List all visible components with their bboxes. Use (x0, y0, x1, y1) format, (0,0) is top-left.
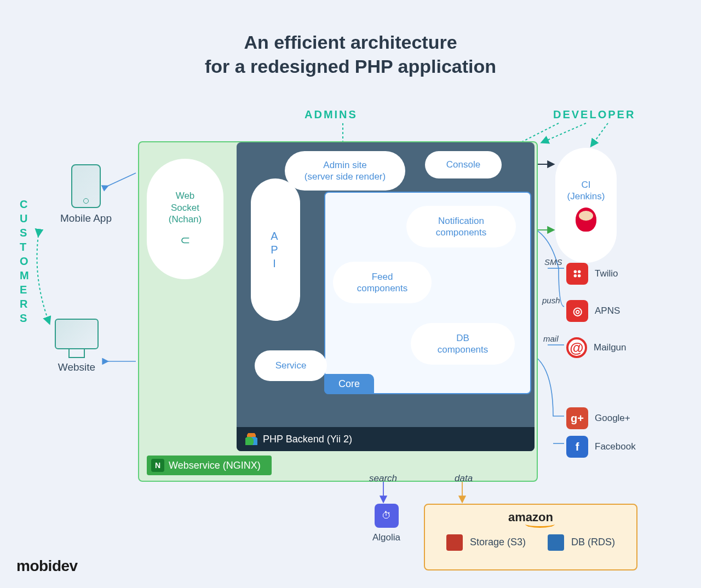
apns-label: APNS (595, 305, 620, 316)
diagram-title: An efficient architecture for a redesign… (0, 0, 701, 78)
amazon-title: amazon (434, 510, 628, 524)
mobile-icon (71, 164, 101, 208)
svg-point-0 (574, 270, 577, 274)
apns-icon: ◎ (566, 300, 588, 322)
websocket-l1: Web (169, 190, 202, 201)
client-mobile: Mobile App (60, 164, 112, 224)
role-developer: DEVELOPER (553, 108, 635, 121)
feed-l1: Feed (357, 271, 408, 283)
google-plus-icon: g+ (566, 407, 588, 429)
ext-google: g+ Google+ (566, 407, 630, 429)
node-db-components: DB components (411, 323, 515, 365)
facebook-label: Facebook (595, 441, 636, 452)
note-push: push (542, 296, 560, 305)
notif-l1: Notification (436, 215, 487, 227)
nchan-icon: ⊂ (169, 233, 202, 248)
websocket-l2: Socket (169, 202, 202, 214)
note-mail: mail (543, 334, 559, 343)
db-l1: DB (438, 332, 489, 344)
php-label: PHP Backend (Yii 2) (263, 434, 352, 445)
ext-facebook: f Facebook (566, 436, 636, 458)
nginx-label: N Webservice (NGINX) (147, 456, 272, 475)
svg-point-2 (574, 274, 577, 278)
twilio-icon (566, 263, 588, 285)
nginx-icon: N (151, 459, 164, 472)
node-api: API (251, 178, 300, 321)
node-service: Service (255, 350, 327, 381)
notif-l2: components (436, 227, 487, 238)
yii-icon (245, 433, 257, 445)
role-admins: ADMINS (304, 108, 358, 121)
client-mobile-label: Mobile App (60, 212, 112, 224)
svg-point-3 (578, 274, 581, 278)
google-label: Google+ (595, 413, 630, 424)
node-notification: Notification components (406, 206, 516, 247)
node-ci-jenkins: CI (Jenkins) (555, 148, 617, 263)
svg-point-1 (578, 270, 581, 274)
rds-label: DB (RDS) (571, 537, 615, 547)
admin-l1: Admin site (304, 159, 386, 171)
title-line-1: An efficient architecture (244, 32, 457, 53)
ci-l1: CI (567, 179, 605, 191)
client-website-label: Website (55, 361, 99, 373)
node-websocket: Web Socket (Nchan) ⊂ (147, 159, 223, 279)
node-console: Console (425, 151, 502, 178)
role-customers: CUSTOMERS (20, 197, 30, 325)
desktop-icon (55, 319, 99, 349)
nginx-text: Webservice (NGINX) (169, 460, 261, 471)
mailgun-icon: @ (566, 337, 587, 358)
note-data: data (455, 473, 473, 484)
brand-logo: mobidev (16, 557, 78, 575)
ext-apns: ◎ APNS (566, 300, 620, 322)
container-amazon: amazon Storage (S3) DB (RDS) (424, 504, 637, 570)
feed-l2: components (357, 283, 408, 294)
note-search: search (369, 473, 397, 484)
websocket-l3: (Nchan) (169, 214, 202, 225)
aws-rds: DB (RDS) (548, 534, 615, 551)
php-footer: PHP Backend (Yii 2) (237, 427, 535, 451)
ci-l2: (Jenkins) (567, 191, 605, 202)
aws-s3: Storage (S3) (446, 534, 526, 551)
ext-twilio: Twilio (566, 263, 618, 285)
s3-label: Storage (S3) (470, 537, 526, 547)
client-website: Website (55, 319, 99, 373)
node-admin-site: Admin site (server side render) (285, 151, 405, 191)
admin-l2: (server side render) (304, 171, 386, 182)
jenkins-icon (576, 207, 596, 232)
facebook-icon: f (566, 436, 588, 458)
algolia-label: Algolia (372, 532, 400, 543)
note-sms: SMS (544, 257, 562, 267)
twilio-label: Twilio (595, 268, 618, 279)
ext-algolia: ⏱ Algolia (372, 504, 400, 543)
mailgun-label: Mailgun (594, 342, 627, 353)
db-l2: components (438, 344, 489, 355)
algolia-icon: ⏱ (375, 504, 399, 528)
node-feed: Feed components (333, 262, 432, 303)
s3-icon (446, 534, 463, 551)
ext-mailgun: @ Mailgun (566, 337, 627, 358)
title-line-2: for a redesigned PHP application (205, 56, 496, 77)
core-label: Core (324, 374, 374, 394)
rds-icon (548, 534, 564, 551)
